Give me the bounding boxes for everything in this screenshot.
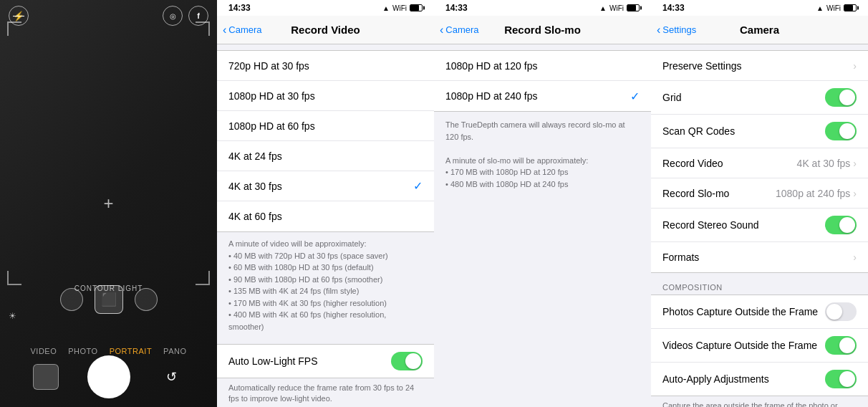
effect-option-2[interactable] bbox=[135, 288, 158, 311]
flip-camera-button[interactable]: ↺ bbox=[159, 364, 185, 390]
back-chevron-2: ‹ bbox=[440, 24, 443, 37]
settings-list-1: 720p HD at 30 fps 1080p HD at 30 fps 108… bbox=[217, 44, 434, 407]
video-option-1[interactable]: 1080p HD at 30 fps bbox=[217, 81, 434, 111]
record-video-label: Record Video bbox=[662, 158, 797, 169]
record-video-value: 4K at 30 fps bbox=[797, 158, 851, 169]
auto-low-light-toggle[interactable] bbox=[391, 352, 423, 370]
signal-icon-3: WiFi bbox=[826, 4, 841, 12]
back-button-2[interactable]: ‹ Camera bbox=[440, 24, 479, 37]
video-option-label-4: 4K at 30 fps bbox=[228, 181, 413, 192]
status-bar-2: 14:33 ▲ WiFi bbox=[434, 0, 651, 16]
camera-mode-bar: VIDEO PHOTO PORTRAIT PANO bbox=[0, 347, 217, 355]
signal-icon-1: WiFi bbox=[392, 4, 407, 12]
status-bar-3: 14:33 ▲ WiFi bbox=[651, 0, 868, 16]
slomo-option-1[interactable]: 1080p HD at 240 fps ✓ bbox=[434, 81, 651, 111]
slomo-info-text: A minute of slo-mo will be approximately… bbox=[445, 156, 588, 188]
slomo-info-box: The TrueDepth camera will always record … bbox=[434, 112, 651, 197]
videos-outside-toggle[interactable] bbox=[825, 336, 857, 355]
slomo-option-0[interactable]: 1080p HD at 120 fps bbox=[434, 51, 651, 81]
status-time-3: 14:33 bbox=[662, 3, 685, 13]
formats-row[interactable]: Formats › bbox=[651, 242, 868, 272]
auto-apply-label: Auto-Apply Adjustments bbox=[662, 373, 825, 385]
back-label-2: Camera bbox=[445, 24, 478, 35]
toggle-thumb bbox=[405, 353, 421, 369]
effect-option-1[interactable] bbox=[60, 288, 83, 311]
video-option-label-0: 720p HD at 30 fps bbox=[228, 60, 423, 72]
record-slomo-value: 1080p at 240 fps bbox=[776, 188, 850, 199]
auto-low-light-desc: Automatically reduce the frame rate from… bbox=[217, 378, 434, 407]
back-label-1: Camera bbox=[228, 24, 261, 35]
formats-label: Formats bbox=[662, 252, 853, 263]
wifi-icon-3: ▲ bbox=[816, 4, 824, 12]
mode-photo[interactable]: PHOTO bbox=[68, 347, 97, 355]
auto-apply-toggle[interactable] bbox=[825, 370, 857, 388]
grid-toggle-thumb bbox=[839, 90, 855, 105]
frame-corner-tl bbox=[7, 21, 21, 36]
record-stereo-toggle[interactable] bbox=[825, 216, 857, 234]
slomo-options-group: 1080p HD at 120 fps 1080p HD at 240 fps … bbox=[434, 50, 651, 112]
video-option-2[interactable]: 1080p HD at 60 fps bbox=[217, 111, 434, 141]
status-time-1: 14:33 bbox=[228, 3, 251, 13]
scan-qr-row: Scan QR Codes bbox=[651, 115, 868, 148]
video-option-5[interactable]: 4K at 60 fps bbox=[217, 201, 434, 231]
grid-row: Grid bbox=[651, 81, 868, 115]
preserve-settings-row[interactable]: Preserve Settings › bbox=[651, 51, 868, 81]
frame-corner-bl bbox=[7, 271, 21, 285]
record-video-row[interactable]: Record Video 4K at 30 fps › bbox=[651, 148, 868, 178]
back-button-1[interactable]: ‹ Camera bbox=[223, 24, 262, 37]
back-label-3: Settings bbox=[662, 24, 696, 35]
nav-bar-3: ‹ Settings Camera bbox=[651, 16, 868, 44]
photos-outside-toggle[interactable] bbox=[825, 302, 857, 321]
focus-crosshair: + bbox=[103, 193, 113, 214]
composition-header: COMPOSITION bbox=[651, 279, 868, 295]
brightness-control: ☀ bbox=[9, 311, 16, 321]
grid-label: Grid bbox=[662, 92, 825, 103]
nav-bar-1: ‹ Camera Record Video bbox=[217, 16, 434, 44]
record-slomo-row[interactable]: Record Slo-mo 1080p at 240 fps › bbox=[651, 178, 868, 209]
live-photo-icon[interactable]: ◎ bbox=[163, 6, 183, 26]
nav-title-2: Record Slo-mo bbox=[504, 24, 581, 36]
wifi-icon-2: ▲ bbox=[599, 4, 607, 12]
camera-settings-panel: 14:33 ▲ WiFi ‹ Settings Camera Preserve … bbox=[651, 0, 868, 407]
status-time-2: 14:33 bbox=[445, 3, 468, 13]
mode-pano[interactable]: PANO bbox=[163, 347, 186, 355]
camera-viewfinder-panel: ⚡ ◎ f + CONTOUR LIGHT ⬛ ☀ bbox=[0, 0, 217, 407]
back-button-3[interactable]: ‹ Settings bbox=[657, 24, 696, 37]
scan-qr-label: Scan QR Codes bbox=[662, 125, 825, 137]
camera-top-bar: ⚡ ◎ f bbox=[0, 0, 217, 32]
nav-title-1: Record Video bbox=[291, 24, 360, 36]
scan-qr-toggle[interactable] bbox=[825, 122, 857, 140]
video-option-3[interactable]: 4K at 24 fps bbox=[217, 141, 434, 171]
record-stereo-row: Record Stereo Sound bbox=[651, 209, 868, 242]
last-photo-thumbnail[interactable] bbox=[33, 364, 59, 390]
stereo-toggle-thumb bbox=[839, 217, 855, 233]
composition-desc: Capture the area outside the frame of th… bbox=[651, 396, 868, 407]
mode-video[interactable]: VIDEO bbox=[31, 347, 57, 355]
mode-portrait[interactable]: PORTRAIT bbox=[110, 347, 152, 355]
video-option-label-2: 1080p HD at 60 fps bbox=[228, 120, 423, 132]
shutter-button[interactable] bbox=[87, 355, 130, 398]
settings-list-3: Preserve Settings › Grid Scan QR Codes R… bbox=[651, 44, 868, 407]
video-option-label-3: 4K at 24 fps bbox=[228, 150, 423, 162]
status-icons-2: ▲ WiFi bbox=[599, 4, 640, 12]
videos-toggle-thumb bbox=[839, 337, 855, 353]
checkmark-4: ✓ bbox=[413, 179, 423, 193]
slomo-checkmark-1: ✓ bbox=[630, 90, 640, 103]
viewfinder: ⚡ ◎ f + CONTOUR LIGHT ⬛ ☀ bbox=[0, 0, 217, 407]
effect-cube[interactable]: ⬛ bbox=[95, 285, 123, 314]
composition-group: Photos Capture Outside the Frame Videos … bbox=[651, 295, 868, 396]
auto-low-light-row: Auto Low-Light FPS bbox=[217, 345, 434, 378]
video-option-label-5: 4K at 60 fps bbox=[228, 211, 423, 222]
preserve-chevron: › bbox=[853, 60, 857, 72]
battery-icon-1 bbox=[410, 4, 423, 11]
nav-title-3: Camera bbox=[740, 24, 779, 36]
record-slomo-panel: 14:33 ▲ WiFi ‹ Camera Record Slo-mo 1080… bbox=[434, 0, 651, 407]
record-slomo-chevron: › bbox=[853, 188, 857, 199]
slomo-option-label-0: 1080p HD at 120 fps bbox=[445, 60, 640, 72]
video-option-0[interactable]: 720p HD at 30 fps bbox=[217, 51, 434, 81]
record-slomo-label: Record Slo-mo bbox=[662, 188, 776, 199]
video-options-group: 720p HD at 30 fps 1080p HD at 30 fps 108… bbox=[217, 50, 434, 232]
shutter-row: ↺ bbox=[0, 355, 217, 398]
video-option-4[interactable]: 4K at 30 fps ✓ bbox=[217, 171, 434, 201]
grid-toggle[interactable] bbox=[825, 88, 857, 107]
